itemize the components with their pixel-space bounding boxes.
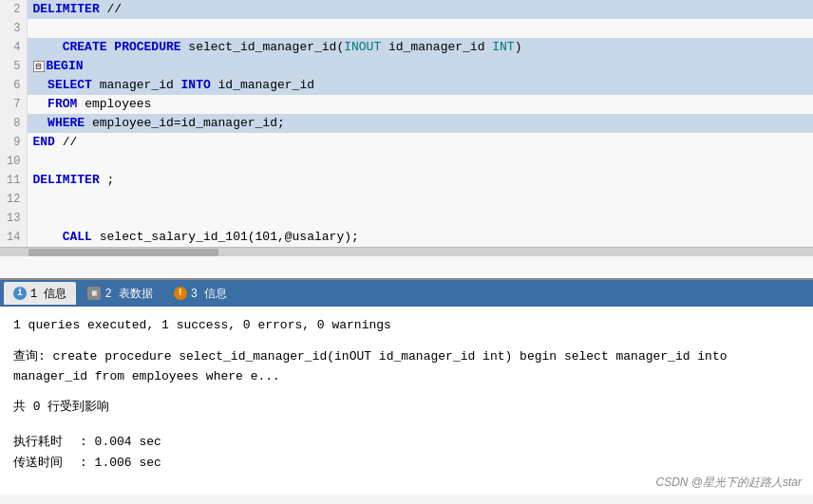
line-number: 12 bbox=[0, 190, 27, 209]
stat-value: : 0.004 sec bbox=[80, 433, 161, 453]
code-token: FROM bbox=[47, 97, 77, 111]
tab-icon-3: ! bbox=[174, 287, 187, 300]
watermark: CSDN @星光下的赶路人star bbox=[0, 471, 813, 495]
code-token: INOUT bbox=[344, 40, 381, 54]
code-token: DELIMITER bbox=[33, 173, 100, 187]
code-token: CALL bbox=[63, 230, 92, 244]
output-area: 1 queries executed, 1 success, 0 errors,… bbox=[0, 307, 813, 471]
code-token bbox=[33, 78, 48, 92]
code-line-content: CREATE PROCEDURE select_id_manager_id(IN… bbox=[27, 38, 813, 57]
line-number: 11 bbox=[0, 171, 27, 190]
line-number: 4 bbox=[0, 38, 27, 57]
summary-line: 1 queries executed, 1 success, 0 errors,… bbox=[13, 316, 800, 336]
query-line: 查询: create procedure select_id_manager_i… bbox=[13, 347, 800, 387]
code-token: // bbox=[100, 2, 122, 16]
tabs-bar: i1 信息▦2 表数据!3 信息 bbox=[0, 280, 813, 307]
code-token: CREATE bbox=[63, 40, 107, 54]
code-token bbox=[33, 40, 63, 54]
line-number: 13 bbox=[0, 209, 27, 228]
line-number: 9 bbox=[0, 133, 27, 152]
code-token: employees bbox=[77, 97, 151, 111]
tab-label-2: 2 表数据 bbox=[104, 286, 152, 302]
code-token: SELECT bbox=[47, 78, 92, 92]
tab-label-1: 1 信息 bbox=[30, 286, 66, 302]
code-line-content: ⊟BEGIN bbox=[27, 57, 813, 76]
code-line-content: DELIMITER ; bbox=[27, 171, 813, 190]
tab-icon-1: i bbox=[13, 287, 27, 300]
line-number: 3 bbox=[0, 19, 27, 38]
line-number: 6 bbox=[0, 76, 27, 95]
scrollbar-thumb[interactable] bbox=[28, 249, 218, 256]
code-line-content: FROM employees bbox=[27, 95, 813, 114]
tab-label-3: 3 信息 bbox=[191, 286, 227, 302]
stat-label: 执行耗时 bbox=[13, 433, 80, 453]
code-line-content bbox=[27, 209, 813, 228]
query-label: 查询: bbox=[13, 349, 53, 364]
code-table: 2DELIMITER //3 4 CREATE PROCEDURE select… bbox=[0, 0, 813, 247]
code-line-content bbox=[27, 19, 813, 38]
code-token bbox=[33, 230, 63, 244]
code-line-content bbox=[27, 190, 813, 209]
code-token: ; bbox=[100, 173, 115, 187]
code-token: BEGIN bbox=[47, 59, 84, 73]
code-token: DELIMITER bbox=[33, 2, 100, 16]
code-editor: 2DELIMITER //3 4 CREATE PROCEDURE select… bbox=[0, 0, 813, 280]
code-token: PROCEDURE bbox=[114, 40, 180, 54]
stat-label: 传送时间 bbox=[13, 454, 80, 471]
code-token: manager_id bbox=[92, 78, 181, 92]
stat-value: : 1.006 sec bbox=[80, 454, 161, 471]
rows-line: 共 0 行受到影响 bbox=[13, 398, 800, 418]
stat-row: 执行耗时 : 0.004 sec bbox=[13, 433, 800, 453]
line-number: 10 bbox=[0, 152, 27, 171]
fold-icon[interactable]: ⊟ bbox=[33, 61, 45, 72]
code-token: select_id_manager_id( bbox=[181, 40, 345, 54]
code-line-content: SELECT manager_id INTO id_manager_id bbox=[27, 76, 813, 95]
stat-row: 传送时间 : 1.006 sec bbox=[13, 454, 800, 471]
line-number: 5 bbox=[0, 57, 27, 76]
code-token bbox=[33, 116, 48, 130]
code-line-content: WHERE employee_id=id_manager_id; bbox=[27, 114, 813, 133]
code-token: employee_id=id_manager_id; bbox=[85, 116, 285, 130]
code-line-content: CALL select_salary_id_101(101,@usalary); bbox=[27, 228, 813, 247]
tab-2[interactable]: ▦2 表数据 bbox=[78, 282, 161, 305]
code-line-content bbox=[27, 152, 813, 171]
horizontal-scrollbar[interactable] bbox=[0, 247, 813, 256]
query-text: create procedure select_id_manager_id(in… bbox=[13, 349, 728, 383]
code-token: // bbox=[55, 135, 77, 149]
code-token: INT bbox=[492, 40, 514, 54]
line-number: 8 bbox=[0, 114, 27, 133]
tab-icon-2: ▦ bbox=[87, 287, 101, 300]
tab-3[interactable]: !3 信息 bbox=[164, 282, 236, 305]
line-number: 7 bbox=[0, 95, 27, 114]
code-token: ) bbox=[515, 40, 522, 54]
code-token: INTO bbox=[181, 78, 211, 92]
code-line-content: END // bbox=[27, 133, 813, 152]
code-token: id_manager_id bbox=[211, 78, 314, 92]
code-token bbox=[33, 97, 48, 111]
code-token: select_salary_id_101(101,@usalary); bbox=[92, 230, 359, 244]
code-token: END bbox=[33, 135, 55, 149]
code-line-content: DELIMITER // bbox=[27, 0, 813, 19]
bottom-panel: i1 信息▦2 表数据!3 信息 1 queries executed, 1 s… bbox=[0, 280, 813, 495]
stats-container: 执行耗时 : 0.004 sec传送时间 : 1.006 sec总耗时 : 1.… bbox=[13, 433, 800, 471]
code-token: WHERE bbox=[47, 116, 85, 130]
tab-1[interactable]: i1 信息 bbox=[4, 282, 76, 305]
line-number: 2 bbox=[0, 0, 27, 19]
code-token: id_manager_id bbox=[381, 40, 492, 54]
line-number: 14 bbox=[0, 228, 27, 247]
